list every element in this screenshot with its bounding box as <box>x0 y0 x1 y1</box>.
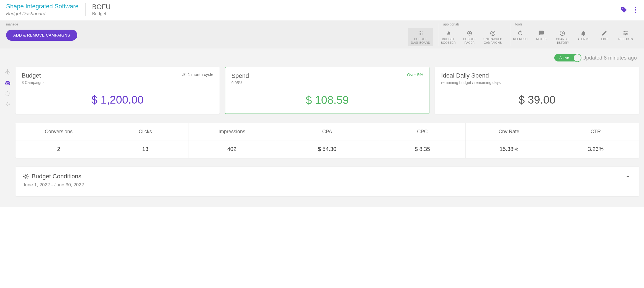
card-subtitle: 3 Campaigns <box>22 80 45 85</box>
nav-budget-dashboard[interactable]: BUDGET DASHBOARD <box>408 28 433 46</box>
svg-point-8 <box>422 34 423 35</box>
tool-edit[interactable]: EDIT <box>594 28 614 46</box>
toolbar-group-dashboard: BUDGET DASHBOARD <box>403 21 438 48</box>
toolbar: manage ADD & REMOVE CAMPAIGNS BUDGET DAS… <box>0 21 644 48</box>
card-title: Budget <box>22 72 45 79</box>
target-icon <box>467 30 473 37</box>
status-updated: Updated 8 minutes ago <box>583 55 637 61</box>
svg-point-3 <box>419 33 419 34</box>
radar-icon <box>490 30 496 37</box>
toolbar-group-tools: tools REFRESH NOTES CHANGE HISTORY <box>510 21 641 48</box>
svg-point-2 <box>422 31 423 32</box>
chevron-down-icon[interactable] <box>624 173 632 181</box>
plus-icon[interactable] <box>5 101 11 107</box>
car-icon[interactable] <box>4 79 11 86</box>
budget-conditions-panel[interactable]: Budget Conditions June 1, 2022 - June 30… <box>16 167 639 196</box>
card-subtitle: remaining budget / remaining days <box>441 80 501 85</box>
nav-budget-booster[interactable]: BUDGET BOOSTER <box>438 28 458 46</box>
header-actions <box>620 6 638 13</box>
add-remove-campaigns-button[interactable]: ADD & REMOVE CAMPAIGNS <box>6 30 77 41</box>
card-subtitle: 9.05% <box>231 81 249 85</box>
conditions-date-range: June 1, 2022 - June 30, 2022 <box>23 182 84 188</box>
metric-header: Impressions <box>189 123 275 140</box>
budget-value: $ 1,200.00 <box>22 94 213 106</box>
bell-icon <box>580 30 586 37</box>
toolbar-group-label: tools <box>515 22 522 26</box>
svg-point-19 <box>625 34 626 35</box>
notes-icon <box>538 30 544 37</box>
metric-value: 2 <box>16 140 102 158</box>
status-badge[interactable]: Active <box>554 54 577 61</box>
sun-icon <box>23 173 29 179</box>
svg-point-4 <box>420 33 421 34</box>
tool-label: CHANGE HISTORY <box>556 37 569 45</box>
pencil-icon <box>601 30 607 37</box>
metric-header: CTR <box>552 123 639 140</box>
side-nav <box>0 52 16 196</box>
svg-point-10 <box>469 32 470 34</box>
ideal-value: $ 39.00 <box>441 94 633 106</box>
svg-point-20 <box>6 92 10 96</box>
tool-label: EDIT <box>601 37 608 41</box>
nav-label: BUDGET DASHBOARD <box>411 37 430 45</box>
history-icon <box>559 30 565 37</box>
metric-header: Conversions <box>16 123 102 140</box>
svg-point-6 <box>419 34 419 35</box>
conditions-title-row: Budget Conditions <box>23 173 84 180</box>
svg-point-0 <box>419 31 419 32</box>
brand-block: Shape Integrated Software Budget Dashboa… <box>6 3 85 17</box>
page-title: BOFU <box>92 3 111 11</box>
spend-status: Over 5% <box>407 72 423 77</box>
spend-value: $ 108.59 <box>231 94 423 106</box>
svg-rect-21 <box>7 102 8 104</box>
nav-label: BUDGET BOOSTER <box>441 37 456 45</box>
toolbar-group-label: manage <box>6 22 18 26</box>
circle-dashed-icon[interactable] <box>5 91 11 97</box>
tool-reports[interactable]: REPORTS <box>615 28 636 46</box>
tool-notes[interactable]: NOTES <box>531 28 551 46</box>
metric-header: CPA <box>275 123 379 140</box>
svg-point-25 <box>25 176 27 178</box>
page-title-block: BOFU Budget <box>92 3 111 16</box>
svg-rect-22 <box>7 105 8 106</box>
toolbar-group-manage: manage ADD & REMOVE CAMPAIGNS <box>6 21 82 48</box>
metric-value: 3.23% <box>552 140 639 158</box>
nav-label: BUDGET PACER <box>463 37 476 45</box>
divider <box>85 3 86 16</box>
nav-budget-pacer[interactable]: BUDGET PACER <box>460 28 480 46</box>
budget-cycle: 1 month cycle <box>182 72 213 77</box>
card-title: Ideal Daily Spend <box>441 72 501 79</box>
plane-icon[interactable] <box>4 68 11 75</box>
card-spend: Spend 9.05% Over 5% $ 108.59 <box>225 67 430 114</box>
metric-value: $ 8.35 <box>379 140 466 158</box>
card-budget: Budget 3 Campaigns 1 month cycle $ 1,200… <box>16 67 220 114</box>
tool-label: ALERTS <box>578 37 589 41</box>
brand-title[interactable]: Shape Integrated Software <box>6 3 79 10</box>
tool-refresh[interactable]: REFRESH <box>510 28 530 46</box>
metric-value: 15.38% <box>466 140 552 158</box>
svg-point-1 <box>420 31 421 32</box>
page-subtitle: Budget <box>92 11 111 16</box>
tool-label: REFRESH <box>513 37 527 41</box>
tag-icon[interactable] <box>620 6 627 13</box>
nav-untracked-campaigns[interactable]: UNTRACKED CAMPAIGNS <box>481 28 505 46</box>
metric-header: Cnv Rate <box>466 123 552 140</box>
conditions-title: Budget Conditions <box>32 173 81 180</box>
refresh-icon <box>517 30 523 37</box>
cycle-icon <box>182 72 186 77</box>
metric-value: 13 <box>102 140 189 158</box>
metric-value: 402 <box>189 140 275 158</box>
metric-header: Clicks <box>102 123 189 140</box>
toolbar-group-label: app portals <box>443 22 460 26</box>
metrics-table: Conversions Clicks Impressions CPA CPC C… <box>16 123 639 158</box>
tool-label: REPORTS <box>618 37 633 41</box>
more-icon[interactable] <box>635 7 636 13</box>
brand-subtitle: Budget Dashboard <box>6 11 79 17</box>
svg-rect-24 <box>9 104 10 105</box>
tool-label: NOTES <box>536 37 547 41</box>
tool-alerts[interactable]: ALERTS <box>573 28 593 46</box>
tool-change-history[interactable]: CHANGE HISTORY <box>552 28 572 46</box>
sliders-icon <box>623 30 629 37</box>
metric-value: $ 54.30 <box>275 140 379 158</box>
card-title: Spend <box>231 72 249 79</box>
